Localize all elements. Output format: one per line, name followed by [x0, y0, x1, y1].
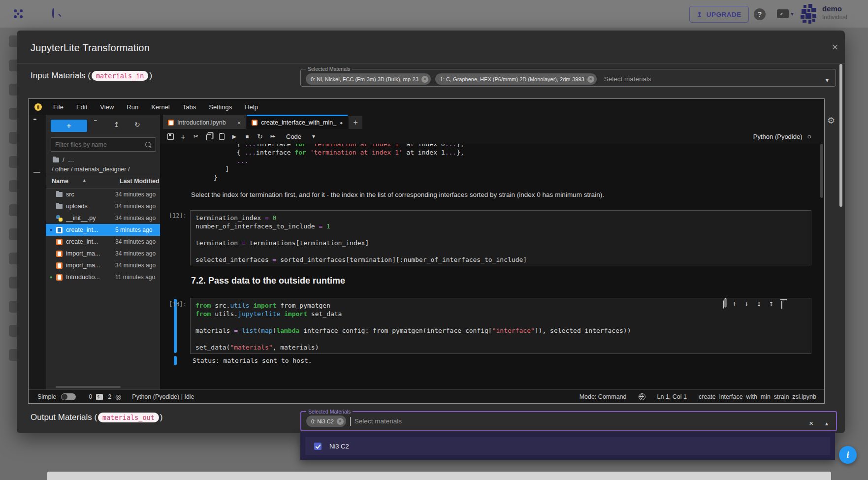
chip-remove-icon[interactable]: ×: [337, 418, 344, 425]
move-cell-up-icon[interactable]: ↑: [733, 300, 737, 307]
dialog-scrollbar[interactable]: [839, 64, 842, 207]
upgrade-label: UPGRADE: [707, 11, 741, 18]
simple-mode-toggle[interactable]: [61, 393, 76, 400]
move-cell-down-icon[interactable]: ↓: [745, 300, 749, 307]
menu-settings[interactable]: Settings: [202, 103, 238, 111]
refresh-icon[interactable]: ↻: [134, 121, 140, 128]
insert-cell-below-icon[interactable]: ↧: [769, 300, 773, 307]
chip-remove-icon[interactable]: ×: [421, 76, 428, 83]
console-menu-button[interactable]: >_ ▾: [777, 9, 794, 18]
app-logo[interactable]: [13, 8, 24, 19]
home-folder-icon[interactable]: [53, 158, 59, 162]
chevron-down-icon: ▾: [312, 133, 315, 140]
material-chip[interactable]: 0: Ni, Nickel, FCC (Fm-3m) 3D (Bulk), mp…: [306, 73, 431, 85]
file-row-import-ma[interactable]: import_ma... 34 minutes ago: [46, 248, 160, 259]
file-row-introduction[interactable]: ● Introductio... 11 minutes ago: [46, 271, 160, 283]
kernels-count[interactable]: 2: [108, 393, 111, 400]
output-materials-select[interactable]: Selected Materials 0: Ni3 C2 × Select ma…: [300, 409, 837, 431]
menu-file[interactable]: File: [47, 103, 70, 111]
output-collapser[interactable]: [174, 356, 177, 365]
kernel-select[interactable]: Python (Pyodide) ○: [753, 132, 811, 140]
stop-icon[interactable]: ■: [241, 133, 254, 139]
materials-out-code-chip: materials_out: [98, 413, 159, 422]
delete-cell-icon[interactable]: [781, 300, 782, 307]
avatar[interactable]: [800, 4, 818, 24]
tab-close-icon[interactable]: ×: [237, 119, 241, 127]
file-row-create-int[interactable]: create_int... 34 minutes ago: [46, 236, 160, 248]
filter-files-input[interactable]: [51, 141, 145, 148]
file-row-src[interactable]: src 34 minutes ago: [46, 189, 160, 200]
new-tab-button[interactable]: +: [349, 116, 362, 129]
upgrade-button[interactable]: ↥ UPGRADE: [689, 6, 749, 23]
input-materials-label: Input Materials ( materials_in ): [31, 71, 152, 81]
menu-tabs[interactable]: Tabs: [176, 103, 202, 111]
gear-icon[interactable]: ⚙: [827, 115, 835, 126]
file-row-uploads[interactable]: uploads 34 minutes ago: [46, 200, 160, 212]
sort-arrow-icon[interactable]: ▴: [83, 178, 86, 183]
material-chip[interactable]: 1: C, Graphene, HEX (P6/mmm) 2D (Monolay…: [435, 73, 597, 85]
clear-selection-icon[interactable]: ×: [809, 419, 813, 427]
menu-help[interactable]: Help: [238, 103, 264, 111]
notebook-panel: Introduction.ipynb × create_interface_wi…: [160, 115, 824, 389]
horizontal-scrollbar[interactable]: [56, 386, 121, 388]
info-button[interactable]: i: [839, 446, 857, 464]
insert-cell-above-icon[interactable]: ↥: [757, 300, 761, 307]
file-row-create-int-selected[interactable]: ● create_int... 5 minutes ago: [46, 224, 160, 236]
file-list-header[interactable]: Name ▴ Last Modified: [46, 175, 160, 189]
menu-edit[interactable]: Edit: [70, 103, 94, 111]
section-heading: 7.2. Pass data to the outside runtime: [191, 276, 345, 286]
breadcrumb-path[interactable]: / other / materials_designer /: [52, 166, 129, 173]
checkbox-checked-icon[interactable]: [314, 443, 321, 450]
chevron-up-icon[interactable]: ▴: [825, 420, 828, 427]
menu-run[interactable]: Run: [120, 103, 145, 111]
chevron-down-icon[interactable]: ▾: [826, 77, 829, 84]
notebook-content[interactable]: { ...interface for 'termination at index…: [160, 144, 824, 389]
materials-dropdown: Ni3 C2: [300, 432, 835, 460]
notebook-toolbar: + ✂ ▶ ■ ↻ ▶▶ Code ▾ Python (Pyodide) ○: [160, 129, 824, 144]
lightbulb-icon[interactable]: [34, 103, 42, 111]
run-icon[interactable]: ▶: [228, 133, 241, 140]
save-icon[interactable]: [164, 133, 177, 140]
paste-icon[interactable]: [215, 133, 228, 140]
globe-icon[interactable]: [639, 393, 645, 400]
dialog-title: JupyterLite Transformation: [31, 42, 150, 54]
breadcrumb-ellipsis[interactable]: …: [68, 156, 74, 163]
new-launcher-button[interactable]: +: [51, 120, 87, 132]
material-chip[interactable]: 0: Ni3 C2 ×: [306, 416, 346, 427]
column-name[interactable]: Name: [52, 178, 68, 185]
dropdown-option-ni3c2[interactable]: Ni3 C2: [305, 437, 830, 455]
code-cell-12[interactable]: termination_index = 0number_of_interface…: [190, 210, 811, 265]
insert-cell-icon[interactable]: +: [177, 132, 190, 141]
tab-introduction[interactable]: Introduction.ipynb ×: [163, 115, 246, 129]
user-name[interactable]: demo: [822, 5, 842, 13]
restart-kernel-icon[interactable]: ↻: [254, 132, 266, 140]
copy-icon[interactable]: [202, 133, 215, 139]
file-row-import-ma-2[interactable]: import_ma... 34 minutes ago: [46, 259, 160, 271]
menu-view[interactable]: View: [94, 103, 120, 111]
code-cell-13[interactable]: from src.utils import from_pymatgenfrom …: [190, 298, 811, 354]
markdown-cell[interactable]: Select the index for termination first, …: [191, 191, 604, 198]
filter-files-box[interactable]: [51, 137, 156, 152]
chip-remove-icon[interactable]: ×: [587, 76, 594, 83]
input-materials-select[interactable]: Selected Materials 0: Ni, Nickel, FCC (F…: [300, 66, 836, 87]
restart-run-all-icon[interactable]: ▶▶: [266, 134, 279, 138]
materials-in-code-chip: materials_in: [92, 71, 149, 81]
menu-kernel[interactable]: Kernel: [145, 103, 176, 111]
kernel-status-text[interactable]: Python (Pyodide) | Idle: [132, 393, 194, 400]
kernel-status-icon: ○: [807, 132, 811, 140]
cut-icon[interactable]: ✂: [190, 133, 202, 140]
column-last-modified[interactable]: Last Modified: [120, 178, 160, 185]
cursor-position[interactable]: Ln 1, Col 1: [657, 393, 687, 400]
cell-type-select[interactable]: Code ▾: [286, 133, 315, 140]
upload-icon[interactable]: ↥: [114, 121, 120, 128]
dialog-close-button[interactable]: ×: [827, 39, 843, 55]
tab-create-interface[interactable]: create_interface_with_min_ ●: [247, 115, 348, 129]
notebook-scrollbar[interactable]: [820, 144, 823, 198]
terminals-count[interactable]: 0: [89, 393, 92, 400]
file-row-init-py[interactable]: __init__.py 34 minutes ago: [46, 212, 160, 224]
dirty-dot-icon: ●: [50, 227, 56, 232]
breadcrumb[interactable]: / …: [53, 156, 74, 163]
duplicate-cell-icon[interactable]: [723, 300, 724, 307]
help-button[interactable]: ?: [754, 8, 766, 20]
search-icon[interactable]: [52, 9, 54, 18]
